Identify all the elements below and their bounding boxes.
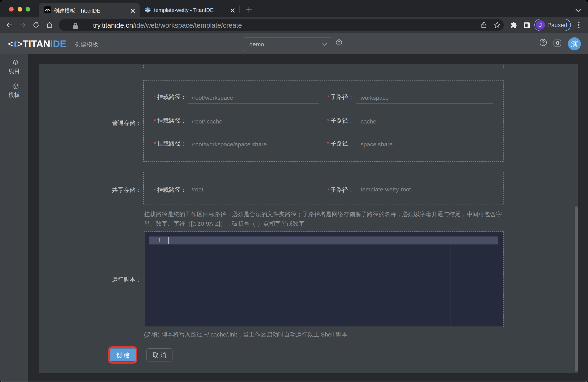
svg-text:<t>: <t> <box>45 8 50 12</box>
svg-text:</>: </> <box>146 8 149 10</box>
